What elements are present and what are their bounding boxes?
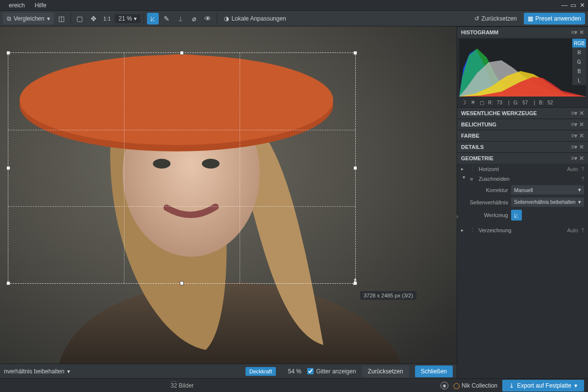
zoom-value: 21 % bbox=[119, 15, 132, 22]
crop-tool-button[interactable]: ⟀ bbox=[511, 210, 522, 220]
brush-tool-icon[interactable]: ✎ bbox=[161, 13, 172, 24]
geometry-title: GEOMETRIE bbox=[461, 155, 493, 161]
nik-label: Nik Collection bbox=[462, 382, 497, 389]
move-icon[interactable]: ✥ bbox=[88, 13, 99, 24]
crop-icon: ⟀ bbox=[514, 212, 518, 219]
canvas[interactable]: ⤢ 3728 x 2485 px (3/2) bbox=[0, 26, 457, 378]
chevron-right-icon: ▸ bbox=[461, 166, 467, 172]
close-icon[interactable]: ✕ bbox=[579, 155, 584, 162]
crop-handle-ne[interactable] bbox=[353, 51, 357, 55]
grid-checkbox-wrap[interactable]: Gitter anzeigen bbox=[307, 368, 356, 375]
export-button[interactable]: ⤓ Export auf Festplatte ▾ bbox=[502, 380, 584, 392]
compare-button[interactable]: ⧉ Vergleichen ▾ bbox=[3, 13, 54, 24]
crop-handle-nw[interactable] bbox=[6, 51, 10, 55]
one-to-one-button[interactable]: 1:1 bbox=[101, 13, 113, 24]
histogram-tab-rgb[interactable]: RGB bbox=[572, 39, 586, 48]
help-icon[interactable]: ? bbox=[581, 176, 584, 182]
histogram-channel-tabs: RGB R G B L bbox=[572, 39, 586, 85]
menu-icon[interactable]: ≡▾ bbox=[571, 110, 577, 117]
target-icon[interactable]: ◉ bbox=[441, 382, 448, 390]
repair-tool-icon[interactable]: ⌀ bbox=[188, 13, 200, 24]
aspect-dropdown-bottom[interactable]: nverhältnis beibehalten ▾ bbox=[4, 368, 70, 375]
color-title: FARBE bbox=[461, 133, 479, 139]
help-icon[interactable]: ? bbox=[581, 227, 584, 233]
split-view-icon[interactable]: ◫ bbox=[56, 13, 68, 24]
chevron-down-icon: ▾ bbox=[574, 382, 577, 389]
close-icon[interactable]: ✕ bbox=[579, 121, 584, 128]
menu-item-bereich[interactable]: ereich bbox=[4, 1, 30, 10]
checkbox-icon[interactable]: ■ bbox=[470, 176, 476, 182]
auto-label[interactable]: Auto bbox=[567, 166, 578, 172]
menu-icon[interactable]: ≡▾ bbox=[571, 155, 577, 162]
separator bbox=[71, 13, 71, 24]
grid-checkbox[interactable] bbox=[307, 368, 314, 374]
chevron-down-icon: ▾ bbox=[578, 199, 581, 205]
nik-icon: ◯ bbox=[453, 382, 460, 389]
geometry-row-distortion[interactable]: ▸ ⋮⋮ Verzeichnung Auto ? bbox=[457, 225, 588, 235]
readout-square-icon: ▢ bbox=[480, 100, 484, 105]
histogram-tab-l[interactable]: L bbox=[572, 76, 586, 85]
crop-correction-row: Korrektur Manuell ▾ bbox=[457, 184, 588, 196]
close-icon[interactable]: ✕ bbox=[579, 144, 584, 150]
menu-item-hilfe[interactable]: Hilfe bbox=[30, 1, 51, 10]
drag-dots-icon: ⋮⋮ bbox=[470, 166, 476, 172]
essential-title: WESENTLICHE WERKZEUGE bbox=[461, 110, 537, 116]
section-header-essential[interactable]: WESENTLICHE WERKZEUGE ≡▾✕ bbox=[457, 107, 588, 119]
correction-dropdown[interactable]: Manuell ▾ bbox=[511, 185, 584, 195]
histogram-tab-b[interactable]: B bbox=[572, 67, 586, 76]
close-icon[interactable]: ✕ bbox=[579, 132, 584, 139]
eye-icon[interactable]: 👁 bbox=[202, 13, 214, 24]
reset-button[interactable]: ↺ Zurücksetzen bbox=[470, 13, 521, 24]
zoom-level[interactable]: 21 % ▾ bbox=[115, 14, 141, 23]
section-header-exposure[interactable]: BELICHTUNG ≡▾✕ bbox=[457, 119, 588, 130]
crop-dimensions-readout: 3728 x 2485 px (3/2) bbox=[360, 291, 416, 300]
geometry-row-crop[interactable]: ▸ ■ Zuschneiden ? bbox=[457, 174, 588, 184]
fit-icon[interactable]: ▢ bbox=[74, 13, 86, 24]
panel-collapse-chevron-icon[interactable]: › bbox=[456, 213, 458, 220]
histogram-tab-g[interactable]: G bbox=[572, 57, 586, 67]
local-adjustments-button[interactable]: ◑ Lokale Anpassungen bbox=[220, 13, 290, 24]
apply-preset-button[interactable]: ▦ Preset anwenden bbox=[524, 13, 585, 24]
window-controls: — ▭ ✕ bbox=[561, 1, 586, 9]
maximize-icon[interactable]: ▭ bbox=[569, 1, 577, 9]
readout-r-label: R: bbox=[488, 100, 493, 105]
crop-handle-w[interactable] bbox=[6, 166, 10, 170]
tool-label: Werkzeug bbox=[469, 212, 508, 218]
nik-collection-button[interactable]: ◯ Nik Collection bbox=[453, 382, 497, 389]
crop-handle-e[interactable] bbox=[353, 166, 357, 170]
histogram-tab-r[interactable]: R bbox=[572, 48, 586, 57]
main-area: ⤢ 3728 x 2485 px (3/2) HISTOGRAMM ≡▾✕ RG… bbox=[0, 26, 588, 378]
compare-icon: ⧉ bbox=[7, 15, 11, 22]
minimize-icon[interactable]: — bbox=[561, 1, 568, 9]
menu-icon[interactable]: ≡▾ bbox=[571, 121, 577, 128]
menu-icon[interactable]: ≡▾ bbox=[571, 132, 577, 139]
close-icon[interactable]: ✕ bbox=[578, 1, 586, 9]
section-header-geometry[interactable]: GEOMETRIE ≡▾✕ bbox=[457, 152, 588, 164]
crop-reset-button[interactable]: Zurücksetzen bbox=[362, 366, 409, 377]
crop-rectangle[interactable] bbox=[8, 52, 356, 284]
menu-icon[interactable]: ≡▾ bbox=[571, 29, 577, 36]
export-label: Export auf Festplatte bbox=[517, 382, 571, 389]
moon-icon[interactable]: ☽ bbox=[461, 99, 466, 106]
auto-label[interactable]: Auto bbox=[567, 227, 578, 233]
geometry-row-horizon[interactable]: ▸ ⋮⋮ Horizont Auto ? bbox=[457, 164, 588, 174]
crop-tool-icon[interactable]: ⟀ bbox=[147, 13, 159, 24]
menu-icon[interactable]: ≡▾ bbox=[571, 144, 577, 150]
close-icon[interactable]: ✕ bbox=[579, 110, 584, 117]
section-header-details[interactable]: DETAILS ≡▾✕ bbox=[457, 141, 588, 152]
section-header-color[interactable]: FARBE ≡▾✕ bbox=[457, 130, 588, 141]
crop-handle-s[interactable] bbox=[180, 281, 184, 285]
aspect-value: Seitenverhältnis beibehalten bbox=[514, 199, 576, 205]
straighten-tool-icon[interactable]: ⟂ bbox=[174, 13, 186, 24]
section-header-histogram[interactable]: HISTOGRAMM ≡▾✕ bbox=[457, 26, 588, 38]
close-icon[interactable]: ✕ bbox=[579, 29, 584, 36]
crop-handle-sw[interactable] bbox=[6, 281, 10, 285]
opacity-label[interactable]: Deckkraft bbox=[245, 367, 276, 376]
aspect-dropdown[interactable]: Seitenverhältnis beibehalten ▾ bbox=[511, 197, 584, 207]
help-icon[interactable]: ? bbox=[581, 166, 584, 172]
footer: ⋯ 32 Bilder ◉ ◯ Nik Collection ⤓ Export … bbox=[0, 378, 588, 392]
filmstrip-dots-icon[interactable]: ⋯ bbox=[171, 378, 176, 385]
crop-handle-n[interactable] bbox=[180, 51, 184, 55]
crop-close-button[interactable]: Schließen bbox=[415, 366, 453, 377]
sun-icon[interactable]: ☀ bbox=[470, 99, 476, 106]
